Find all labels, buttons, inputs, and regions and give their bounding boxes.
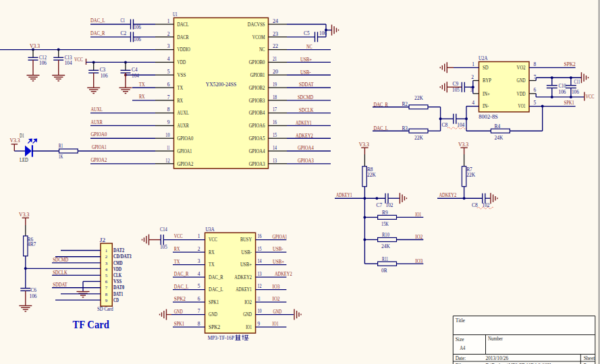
svg-text:7: 7 (167, 94, 170, 100)
svg-text:USB+: USB+ (300, 57, 312, 63)
svg-text:ADKEY2: ADKEY2 (275, 271, 292, 277)
svg-text:10: 10 (165, 132, 169, 138)
svg-text:VDD: VDD (178, 59, 186, 65)
svg-text:RX: RX (178, 98, 184, 104)
svg-text:VCOM: VCOM (252, 34, 265, 40)
svg-text:C11: C11 (574, 79, 580, 85)
svg-text:ADKEY2: ADKEY2 (439, 192, 456, 198)
svg-text:GPIOB3: GPIOB3 (249, 98, 265, 104)
svg-text:DAC_R: DAC_R (90, 30, 105, 36)
svg-text:DACL: DACL (178, 22, 189, 28)
svg-text:A4: A4 (460, 345, 465, 351)
svg-text:1: 1 (198, 233, 200, 239)
svg-text:Title: Title (456, 317, 466, 324)
svg-text:CLK: CLK (113, 272, 121, 278)
svg-text:R9: R9 (382, 210, 388, 216)
svg-text:C5: C5 (304, 30, 310, 36)
svg-text:5: 5 (105, 273, 108, 278)
svg-text:TF Card: TF Card (73, 318, 110, 331)
svg-text:SPK2: SPK2 (174, 296, 186, 302)
svg-text:4: 4 (105, 267, 108, 272)
svg-text:SPK2: SPK2 (209, 324, 220, 330)
svg-text:VCC: VCC (209, 237, 217, 243)
svg-text:SPK1: SPK1 (174, 321, 184, 327)
svg-text:2: 2 (167, 31, 170, 37)
svg-text:DAC_R: DAC_R (209, 274, 223, 280)
svg-text:106: 106 (30, 293, 37, 299)
svg-text:IO1: IO1 (415, 212, 421, 218)
svg-text:AUXL: AUXL (91, 107, 103, 113)
svg-text:104: 104 (132, 73, 139, 79)
svg-text:15: 15 (273, 132, 277, 138)
svg-text:16: 16 (273, 119, 277, 125)
svg-text:6: 6 (167, 82, 170, 88)
svg-text:CD/DAT3: CD/DAT3 (113, 253, 132, 260)
svg-text:GPIOA0: GPIOA0 (91, 131, 107, 138)
svg-text:102: 102 (386, 202, 393, 208)
svg-text:DAT2: DAT2 (113, 247, 124, 253)
svg-text:AUXR: AUXR (91, 119, 103, 125)
svg-text:ADKEY1: ADKEY1 (336, 192, 352, 198)
svg-text:22K: 22K (367, 172, 376, 178)
svg-text:GND: GND (273, 309, 281, 315)
svg-text:1: 1 (167, 18, 170, 24)
svg-text:GPIOB0: GPIOB0 (249, 59, 265, 65)
svg-text:IN+: IN+ (483, 91, 490, 97)
svg-text:C1: C1 (121, 18, 126, 24)
svg-text:TX: TX (178, 85, 184, 91)
svg-text:ADKEY2: ADKEY2 (296, 133, 313, 139)
svg-text:C2: C2 (121, 30, 127, 36)
svg-text:3: 3 (167, 43, 170, 49)
svg-text:USB-: USB- (273, 246, 283, 252)
svg-text:11: 11 (167, 145, 169, 151)
svg-text:USB+: USB+ (273, 259, 285, 265)
svg-text:GPIOB2: GPIOB2 (249, 85, 265, 91)
svg-text:6: 6 (198, 296, 200, 302)
svg-text:MP3-TF-16P: MP3-TF-16P (208, 335, 235, 341)
svg-text:9: 9 (167, 119, 170, 125)
svg-text:2: 2 (471, 74, 474, 80)
svg-text:22K: 22K (414, 95, 423, 101)
svg-text:BYP: BYP (483, 78, 491, 84)
svg-text:GPIOA6: GPIOA6 (249, 123, 265, 129)
svg-text:GPIOA3: GPIOA3 (249, 161, 265, 167)
svg-text:C6: C6 (30, 287, 36, 293)
svg-text:Date:: Date: (456, 355, 466, 361)
svg-text:SPK2: SPK2 (564, 61, 576, 67)
svg-text:IO3: IO3 (273, 284, 280, 290)
svg-text:U2A: U2A (479, 55, 487, 61)
svg-text:105: 105 (452, 87, 460, 93)
svg-text:5: 5 (167, 69, 170, 75)
svg-text:VDDIO: VDDIO (178, 47, 191, 53)
svg-text:23: 23 (273, 31, 278, 37)
svg-text:12: 12 (258, 283, 262, 289)
svg-text:SD Card: SD Card (97, 306, 113, 312)
svg-text:15K: 15K (381, 221, 389, 227)
svg-text:GPIOA1: GPIOA1 (178, 148, 192, 154)
svg-text:U3A: U3A (205, 226, 214, 233)
svg-text:USB-: USB- (242, 249, 252, 255)
svg-text:SPK1: SPK1 (564, 100, 574, 106)
svg-text:TX: TX (139, 82, 145, 88)
svg-text:6: 6 (105, 279, 108, 284)
svg-text:22K: 22K (414, 135, 423, 141)
svg-text:V3.3: V3.3 (359, 142, 369, 148)
svg-text:GPIOA2: GPIOA2 (178, 161, 194, 167)
svg-text:ADKEY1: ADKEY1 (236, 286, 252, 293)
svg-text:IO2: IO2 (273, 296, 280, 302)
svg-text:DAT0: DAT0 (113, 284, 124, 291)
svg-text:CD: CD (113, 297, 119, 303)
svg-text:SDDAT: SDDAT (53, 282, 67, 288)
svg-text:13: 13 (273, 158, 277, 164)
svg-text:IN-: IN- (483, 103, 489, 109)
svg-text:3: 3 (105, 261, 108, 266)
svg-text:5: 5 (534, 100, 537, 106)
svg-text:SDCLK: SDCLK (299, 107, 314, 113)
svg-text:VCC: VCC (586, 94, 595, 100)
svg-text:106: 106 (39, 60, 47, 66)
svg-text:3: 3 (198, 258, 200, 264)
svg-text:22: 22 (273, 43, 278, 49)
svg-text:18: 18 (273, 94, 277, 100)
svg-text:17: 17 (273, 107, 277, 113)
svg-text:DAC_L: DAC_L (90, 18, 105, 24)
